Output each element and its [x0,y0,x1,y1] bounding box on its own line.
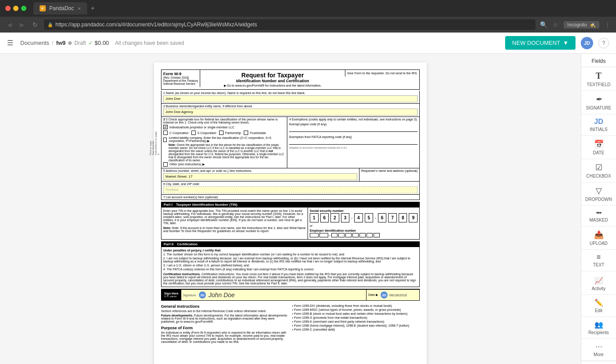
activity-icon: 📈 [594,277,603,285]
recipients-tool[interactable]: 👥 Recipients [581,317,616,339]
date-icon: 📅 [594,139,604,149]
exempt-payee: Exempt payee code (if any) [289,123,418,132]
ein-8[interactable] [367,233,373,237]
cert-2: 2. I am not subject to backup withholdin… [163,257,418,263]
sig-field[interactable]: Signature JD John Doe [181,290,367,300]
sig-value: John Doe [209,291,235,298]
dropdown-tool[interactable]: ▽ DROPDOWN [581,182,616,206]
line7-label: 7 List account number(s) here (optional) [163,196,418,199]
line1-input[interactable]: John Doe [163,95,418,102]
ein-1[interactable] [310,233,319,237]
tab-close-button[interactable]: ✕ [77,6,81,11]
initials-tool[interactable]: JD INITIALS [581,114,616,136]
new-document-button[interactable]: NEW DOCUMENT ▼ [505,36,576,50]
back-button[interactable]: ◀ [5,20,14,29]
dropdown-label: DROPDOWN [585,197,612,202]
ssn-1[interactable]: 1 [310,213,319,222]
ein-6[interactable] [352,233,359,237]
text-label: TEXT [593,262,605,267]
line2-container: 2 Business name/disregarded entity name,… [161,104,420,117]
activity-tool[interactable]: 📈 Activity [581,273,616,295]
ein-2[interactable] [319,233,328,237]
browser-tab[interactable]: P PandaDoc ✕ [33,2,87,15]
address-bar-input[interactable]: 🔒 https://app.pandadoc.com/a/#/document/… [44,19,535,30]
ssn-4[interactable]: 3 [341,213,350,222]
trust-checkbox[interactable] [244,131,248,135]
more-icon: ⋯ [595,342,602,351]
ssn-5[interactable]: 4 [354,213,363,222]
hamburger-menu[interactable]: ☰ [7,39,13,47]
s-corp-checkbox[interactable] [191,131,196,135]
tax-class-section: ✓ Individual/sole proprietor or single-m… [163,125,285,167]
partnership-checkbox[interactable] [219,131,224,135]
fatca-field[interactable] [289,139,418,145]
ssn-6[interactable]: 5 [365,213,374,222]
initials-label: INITIALS [590,127,608,132]
ein-7[interactable] [359,233,366,237]
line2-input[interactable]: John Doe Agency [163,109,418,116]
line5-input[interactable]: Market Street, 17 [163,173,357,180]
line6-input[interactable]: Textfield [163,186,418,193]
date-field[interactable]: Date ▶ JD 06/18/2019 [367,290,419,300]
ein-5[interactable] [345,233,352,237]
minimize-button[interactable] [13,6,18,11]
other-checkbox[interactable] [163,162,168,167]
masked-tool[interactable]: ••• MASKED [581,206,616,226]
exempt-payee-label: Exempt payee code (if any) [289,123,418,126]
ssn-2[interactable]: 6 [320,213,329,222]
search-icon[interactable]: 🔍 [540,21,547,28]
ssn-10[interactable]: 9 [409,213,418,222]
line1-container: 1 Name (as shown on your income tax retu… [161,91,420,104]
fullscreen-button[interactable] [21,6,26,11]
star-icon[interactable]: ☆ [553,21,558,28]
new-tab-button[interactable]: + [91,4,95,12]
saved-status: All changes have been saved [115,40,184,46]
exempt-payee-field[interactable] [289,127,418,132]
ssn-8[interactable]: 7 [388,213,397,222]
text-tool[interactable]: ≡ TEXT [581,250,616,271]
refresh-button[interactable]: ↻ [31,20,40,29]
ssn-9[interactable]: 8 [399,213,407,222]
ssn-3[interactable]: 2 [330,213,339,222]
llc-checkbox[interactable] [163,138,167,142]
w9-main-title: Request for Taxpayer [202,72,343,79]
ein-9[interactable] [374,233,380,237]
us-person: U.S. perso [164,295,179,298]
ein-3[interactable] [331,233,337,237]
llc-note: Note: Check the appropriate box in the l… [169,143,285,162]
other-row: Other (see instructions) ▶ [163,162,285,167]
line3-label: 3 3 Check appropriate box for federal ta… [163,118,285,124]
help-button[interactable]: ? [598,38,609,48]
menu-button[interactable]: ⋮ [605,21,611,28]
ssn-7[interactable]: 6 [378,213,387,222]
edit-tool[interactable]: ✏️ Edit [581,295,616,317]
part1-title: Part I [164,203,172,207]
fatca-label: Exemption from FATCA reporting code (if … [289,135,418,138]
breadcrumb-documents[interactable]: Documents [20,40,49,46]
draft-badge: Draft [74,40,86,46]
individual-checkbox[interactable]: ✓ [163,125,168,129]
ein-4[interactable] [338,233,345,237]
cert-4: 4. The FATCA code(s) entered on this for… [163,268,418,271]
signature-tool[interactable]: ✒ SIGNATURE [581,91,616,114]
date-tool[interactable]: 📅 DATE [581,136,616,159]
ein-label: Employer identification number [310,229,418,232]
part2-header: Part II Certification [161,241,420,247]
llc-row: Limited liability company. Enter the tax… [163,136,285,143]
forward-button[interactable]: ▶ [18,20,26,29]
trust-label: Trust/estate [250,131,266,135]
c-corp-checkbox[interactable] [163,131,168,135]
textfield-tool[interactable]: T TEXTFIELD [581,67,616,91]
checkbox-tool[interactable]: ☑ CHECKBOX [581,159,616,182]
line4-container: 4 Exemptions (codes apply only to certai… [287,117,419,168]
ssn-dash2: - [375,216,376,220]
line34-row: 3 3 Check appropriate box for federal ta… [161,117,420,168]
close-button[interactable] [5,6,11,11]
recipients-icon: 👥 [594,320,603,329]
w9-document: Form W-9 (Rev. October 2018) Department … [154,62,427,364]
upload-tool[interactable]: 📤 UPLOAD [581,226,616,250]
download-tool[interactable]: ⬇ Download [581,361,616,364]
more-tool[interactable]: ⋯ More [581,339,616,361]
user-avatar[interactable]: JD [581,37,593,49]
general-instructions-section: General Instructions Section references … [161,304,420,343]
